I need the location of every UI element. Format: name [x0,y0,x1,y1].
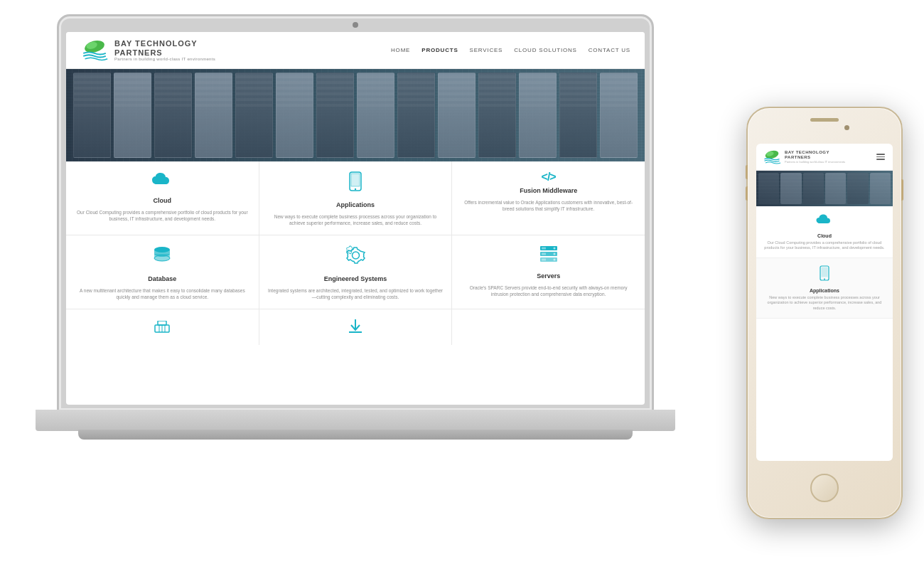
product-card-applications[interactable]: Applications New ways to execute complet… [259,161,452,235]
phone-volume-up-button [746,165,748,179]
phone-product-card-cloud[interactable]: Cloud Our Cloud Computing provides a com… [756,206,893,258]
phone-camera [844,125,849,130]
product-card-cloud[interactable]: Cloud Our Cloud Computing provides a com… [66,161,259,235]
hamburger-menu[interactable] [874,151,887,162]
product-desc-engineered: Integrated systems are architected, inte… [268,287,444,300]
phone-power-button [901,179,903,201]
svg-point-17 [553,259,555,261]
nav-home[interactable]: HOME [391,47,410,53]
code-icon: </> [542,171,556,183]
nav-products[interactable]: PRODUCTS [421,47,458,53]
laptop-screen-inner: BAY TECHNOLOGY PARTNERS Partners in buil… [66,32,645,405]
phone-logo-icon [762,150,782,164]
rack-unit [357,73,394,158]
svg-rect-19 [158,321,166,325]
hamburger-line [876,159,885,160]
product-desc-applications: New ways to execute complete business pr… [268,213,444,226]
laptop: BAY TECHNOLOGY PARTNERS Partners in buil… [36,14,675,555]
product-desc-servers: Oracle's SPARC Servers provide end-to-en… [461,284,636,297]
product-desc-cloud: Our Cloud Computing provides a comprehen… [75,209,250,222]
logo-text-block: BAY TECHNOLOGY PARTNERS Partners in buil… [114,39,215,60]
server-rack [73,73,638,158]
phone-product-desc-cloud: Our Cloud Computing provides a comprehen… [762,240,887,250]
product-desc-database: A new multitenant architecture that make… [75,287,250,300]
phone-mobile-icon [820,265,829,284]
hardware-icon [152,318,172,338]
svg-point-5 [355,188,356,190]
product-card-row3-2[interactable] [259,309,452,345]
rack-unit [519,73,557,158]
svg-rect-28 [822,267,828,277]
hamburger-line [876,156,885,158]
cloud-icon [151,171,173,191]
phone-speaker [810,118,839,122]
phone-product-card-applications[interactable]: Applications New ways to execute complet… [756,258,893,318]
nav-cloud-solutions[interactable]: CLOUD SOLUTIONS [514,47,576,53]
phone-product-title-cloud: Cloud [817,233,832,238]
product-card-fusion[interactable]: </> Fusion Middleware Offers incremental… [452,161,645,235]
phone-logo-area: BAY TECHNOLOGY PARTNERS Partners in buil… [762,150,845,164]
rack-unit [114,73,151,158]
hero-banner [66,69,645,161]
phone-product-desc-applications: New ways to execute complete business pr… [762,295,887,310]
svg-point-29 [824,279,825,280]
laptop-camera [353,22,358,28]
product-title-applications: Applications [336,201,375,208]
svg-point-14 [553,253,555,255]
phone-cloud-icon [816,213,833,230]
products-grid: Cloud Our Cloud Computing provides a com… [66,161,645,345]
phone-site-header: BAY TECHNOLOGY PARTNERS Partners in buil… [756,144,893,171]
rack-unit [316,73,354,158]
rack-unit [276,73,313,158]
server-icon [539,245,559,267]
phone-company-name1: BAY TECHNOLOGY [785,150,845,155]
rack-unit [438,73,476,158]
product-card-database[interactable]: Database A new multitenant architecture … [66,235,259,309]
site-nav: HOME PRODUCTS SERVICES CLOUD SOLUTIONS C… [391,47,630,53]
hamburger-line [876,154,885,155]
product-card-servers[interactable]: Servers Oracle's SPARC Servers provide e… [452,235,645,309]
site-header: BAY TECHNOLOGY PARTNERS Partners in buil… [66,32,645,69]
phone-hero [756,171,893,206]
rack-unit [559,73,597,158]
logo-company-name: BAY TECHNOLOGY [114,39,215,48]
phone-logo-text: BAY TECHNOLOGY PARTNERS Partners in buil… [785,150,845,164]
rack-unit [154,73,192,158]
nav-services[interactable]: SERVICES [470,47,503,53]
product-title-engineered: Engineered Systems [324,275,387,282]
product-title-cloud: Cloud [154,197,172,204]
phone-home-button[interactable] [810,474,839,502]
product-card-row3-3[interactable] [452,309,645,345]
svg-rect-13 [542,253,546,255]
mobile-icon [349,171,362,196]
logo-icon [80,40,109,61]
product-title-fusion: Fusion Middleware [520,187,577,194]
rack-unit [195,73,232,158]
phone-outer: BAY TECHNOLOGY PARTNERS Partners in buil… [746,107,903,519]
phone: BAY TECHNOLOGY PARTNERS Partners in buil… [746,107,903,519]
phone-volume-down-button [746,186,748,201]
product-desc-fusion: Offers incremental value to Oracle Appli… [461,199,636,212]
product-card-row3-1[interactable] [66,309,259,345]
download-icon [348,318,363,338]
logo-tagline: Partners in building world-class IT envi… [114,57,215,61]
svg-point-8 [352,252,359,259]
phone-screen: BAY TECHNOLOGY PARTNERS Partners in buil… [756,144,893,461]
rack-unit [397,73,435,158]
phone-products-list: Cloud Our Cloud Computing provides a com… [756,206,893,319]
laptop-base [36,410,675,431]
product-title-servers: Servers [537,272,560,280]
phone-product-title-applications: Applications [810,288,839,293]
product-title-database: Database [148,275,176,282]
gear-icon [345,245,366,270]
laptop-foot [78,430,633,440]
rack-unit [600,73,638,158]
svg-rect-10 [542,248,546,250]
laptop-screen-outer: BAY TECHNOLOGY PARTNERS Partners in buil… [57,14,654,413]
logo-company-name2: PARTNERS [114,48,215,57]
svg-rect-3 [351,174,360,186]
nav-contact[interactable]: CONTACT US [589,47,630,53]
product-card-engineered[interactable]: Engineered Systems Integrated systems ar… [259,235,452,309]
svg-rect-16 [542,259,546,261]
database-icon [152,245,172,270]
